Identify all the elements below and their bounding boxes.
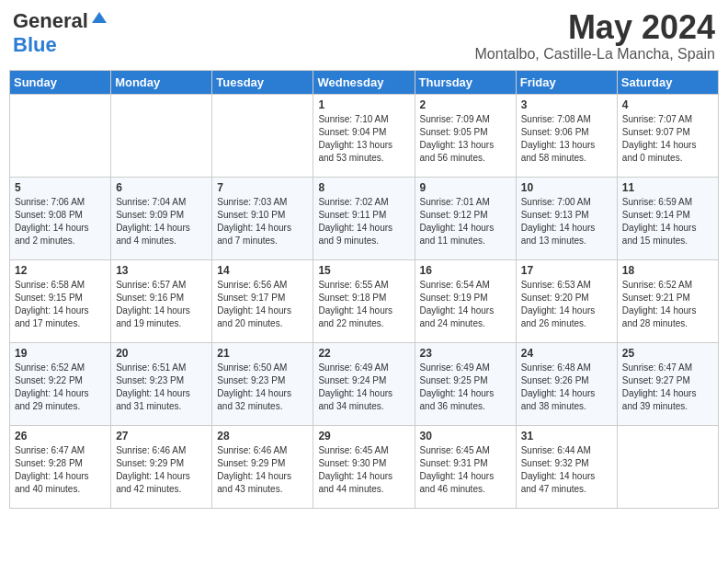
weekday-header-cell: Thursday [415,70,516,94]
day-info: Sunrise: 6:44 AMSunset: 9:32 PMDaylight:… [521,444,612,496]
day-number: 27 [116,430,207,442]
day-info: Sunrise: 7:02 AMSunset: 9:11 PMDaylight:… [318,196,409,247]
day-number: 28 [217,430,308,442]
calendar-week-row: 19Sunrise: 6:52 AMSunset: 9:22 PMDayligh… [10,342,719,425]
calendar-day-cell: 19Sunrise: 6:52 AMSunset: 9:22 PMDayligh… [10,342,111,425]
weekday-header-cell: Monday [111,70,212,94]
svg-marker-0 [92,12,107,23]
day-info: Sunrise: 6:48 AMSunset: 9:26 PMDaylight:… [521,362,612,413]
calendar-day-cell [10,94,111,177]
calendar-day-cell: 31Sunrise: 6:44 AMSunset: 9:32 PMDayligh… [516,425,617,508]
day-info: Sunrise: 6:49 AMSunset: 9:24 PMDaylight:… [318,362,409,413]
day-info: Sunrise: 6:58 AMSunset: 9:15 PMDaylight:… [15,279,106,330]
day-info: Sunrise: 7:04 AMSunset: 9:09 PMDaylight:… [116,196,207,247]
calendar-day-cell: 30Sunrise: 6:45 AMSunset: 9:31 PMDayligh… [415,425,516,508]
day-info: Sunrise: 6:45 AMSunset: 9:30 PMDaylight:… [318,444,409,496]
weekday-header-cell: Sunday [10,70,111,94]
day-number: 1 [318,98,409,111]
day-info: Sunrise: 7:03 AMSunset: 9:10 PMDaylight:… [217,196,308,247]
day-info: Sunrise: 6:50 AMSunset: 9:23 PMDaylight:… [217,362,308,413]
day-number: 18 [622,264,713,277]
calendar-day-cell [212,94,313,177]
calendar-subtitle: Montalbo, Castille-La Mancha, Spain [475,46,715,63]
weekday-header-row: SundayMondayTuesdayWednesdayThursdayFrid… [10,70,719,94]
calendar-day-cell: 10Sunrise: 7:00 AMSunset: 9:13 PMDayligh… [516,177,617,259]
day-number: 8 [318,181,409,194]
day-number: 11 [622,181,713,194]
calendar-day-cell: 20Sunrise: 6:51 AMSunset: 9:23 PMDayligh… [111,342,212,425]
day-info: Sunrise: 6:49 AMSunset: 9:25 PMDaylight:… [420,362,511,413]
day-number: 17 [521,264,612,277]
day-number: 5 [15,181,106,194]
day-number: 13 [116,264,207,277]
day-number: 22 [318,347,409,360]
day-number: 19 [15,347,106,360]
day-info: Sunrise: 6:52 AMSunset: 9:22 PMDaylight:… [15,362,106,413]
day-number: 2 [420,98,511,111]
day-number: 12 [15,264,106,277]
day-number: 16 [420,264,511,277]
calendar-day-cell: 26Sunrise: 6:47 AMSunset: 9:28 PMDayligh… [10,425,111,508]
calendar-day-cell [617,425,718,508]
calendar-week-row: 26Sunrise: 6:47 AMSunset: 9:28 PMDayligh… [10,425,719,508]
calendar-day-cell: 21Sunrise: 6:50 AMSunset: 9:23 PMDayligh… [212,342,313,425]
day-number: 15 [318,264,409,277]
title-block: May 2024 Montalbo, Castille-La Mancha, S… [475,9,715,63]
calendar-day-cell: 6Sunrise: 7:04 AMSunset: 9:09 PMDaylight… [111,177,212,259]
logo-general-text: General [13,9,88,33]
day-info: Sunrise: 6:55 AMSunset: 9:18 PMDaylight:… [318,279,409,330]
day-info: Sunrise: 6:52 AMSunset: 9:21 PMDaylight:… [622,279,713,330]
day-info: Sunrise: 6:47 AMSunset: 9:27 PMDaylight:… [622,362,713,413]
day-info: Sunrise: 6:57 AMSunset: 9:16 PMDaylight:… [116,279,207,330]
day-info: Sunrise: 6:56 AMSunset: 9:17 PMDaylight:… [217,279,308,330]
day-number: 7 [217,181,308,194]
calendar-day-cell: 2Sunrise: 7:09 AMSunset: 9:05 PMDaylight… [415,94,516,177]
calendar-day-cell: 23Sunrise: 6:49 AMSunset: 9:25 PMDayligh… [415,342,516,425]
day-number: 14 [217,264,308,277]
day-info: Sunrise: 6:47 AMSunset: 9:28 PMDaylight:… [15,444,106,496]
day-number: 6 [116,181,207,194]
calendar-week-row: 5Sunrise: 7:06 AMSunset: 9:08 PMDaylight… [10,177,719,259]
weekday-header-cell: Wednesday [313,70,415,94]
calendar-day-cell: 7Sunrise: 7:03 AMSunset: 9:10 PMDaylight… [212,177,313,259]
calendar-day-cell: 27Sunrise: 6:46 AMSunset: 9:29 PMDayligh… [111,425,212,508]
day-number: 23 [420,347,511,360]
day-number: 10 [521,181,612,194]
day-number: 30 [420,430,511,442]
calendar-day-cell: 8Sunrise: 7:02 AMSunset: 9:11 PMDaylight… [313,177,415,259]
weekday-header-cell: Saturday [617,70,718,94]
calendar-day-cell: 17Sunrise: 6:53 AMSunset: 9:20 PMDayligh… [516,259,617,342]
calendar-day-cell: 29Sunrise: 6:45 AMSunset: 9:30 PMDayligh… [313,425,415,508]
calendar-body: 1Sunrise: 7:10 AMSunset: 9:04 PMDaylight… [10,94,719,508]
calendar-day-cell: 14Sunrise: 6:56 AMSunset: 9:17 PMDayligh… [212,259,313,342]
calendar-day-cell: 15Sunrise: 6:55 AMSunset: 9:18 PMDayligh… [313,259,415,342]
calendar-week-row: 12Sunrise: 6:58 AMSunset: 9:15 PMDayligh… [10,259,719,342]
day-number: 9 [420,181,511,194]
day-number: 20 [116,347,207,360]
calendar-day-cell: 4Sunrise: 7:07 AMSunset: 9:07 PMDaylight… [617,94,718,177]
calendar-day-cell: 9Sunrise: 7:01 AMSunset: 9:12 PMDaylight… [415,177,516,259]
calendar-title: May 2024 [475,9,715,46]
day-number: 25 [622,347,713,360]
day-info: Sunrise: 6:45 AMSunset: 9:31 PMDaylight:… [420,444,511,496]
calendar-day-cell: 11Sunrise: 6:59 AMSunset: 9:14 PMDayligh… [617,177,718,259]
calendar-table: SundayMondayTuesdayWednesdayThursdayFrid… [9,70,719,509]
day-info: Sunrise: 7:06 AMSunset: 9:08 PMDaylight:… [15,196,106,247]
weekday-header-cell: Friday [516,70,617,94]
day-info: Sunrise: 6:46 AMSunset: 9:29 PMDaylight:… [116,444,207,496]
day-info: Sunrise: 6:46 AMSunset: 9:29 PMDaylight:… [217,444,308,496]
day-number: 26 [15,430,106,442]
calendar-day-cell [111,94,212,177]
day-info: Sunrise: 7:00 AMSunset: 9:13 PMDaylight:… [521,196,612,247]
day-number: 4 [622,98,713,111]
day-info: Sunrise: 7:09 AMSunset: 9:05 PMDaylight:… [420,113,511,165]
calendar-day-cell: 22Sunrise: 6:49 AMSunset: 9:24 PMDayligh… [313,342,415,425]
calendar-day-cell: 18Sunrise: 6:52 AMSunset: 9:21 PMDayligh… [617,259,718,342]
day-info: Sunrise: 6:59 AMSunset: 9:14 PMDaylight:… [622,196,713,247]
calendar-day-cell: 12Sunrise: 6:58 AMSunset: 9:15 PMDayligh… [10,259,111,342]
day-info: Sunrise: 7:07 AMSunset: 9:07 PMDaylight:… [622,113,713,165]
day-number: 29 [318,430,409,442]
day-info: Sunrise: 6:51 AMSunset: 9:23 PMDaylight:… [116,362,207,413]
logo: General Blue [13,9,108,57]
day-number: 31 [521,430,612,442]
